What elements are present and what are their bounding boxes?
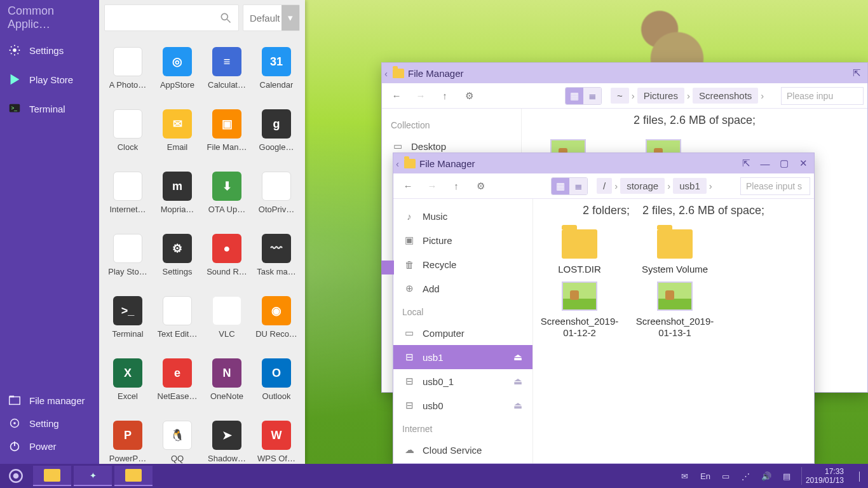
crumb-seg[interactable]: storage [620,178,665,194]
app-otopriv[interactable]: ⦸OtoPriv… [252,168,301,229]
window-titlebar[interactable]: ‹ File Manager ⇱ ― ▢ ✕ [393,153,814,173]
app-internet[interactable]: ✦Internet… [103,168,153,229]
app-icon: 〰 [262,234,291,263]
app-wpsof[interactable]: WWPS Of… [252,417,301,464]
eject-icon[interactable]: ⏏ [513,400,522,411]
nav-up-button[interactable]: ↑ [445,176,467,196]
sidebar-item-power[interactable]: Power [0,435,99,458]
grid-view-icon[interactable]: ▦ [566,88,583,104]
sidebar-item-terminal[interactable]: >_Terminal [0,94,99,123]
app-onenote[interactable]: NOneNote [202,355,252,416]
eject-icon[interactable]: ⏏ [513,376,522,387]
list-view-icon[interactable]: ≣ [569,178,587,194]
app-textedit[interactable]: ✎Text Edit… [153,292,202,353]
app-aphoto[interactable]: 🖼A Photo… [103,43,153,104]
fm-search-input[interactable]: Please input s [740,177,810,195]
nav-back-button[interactable]: ← [386,86,407,106]
sidebar-item-setting[interactable]: Setting [0,412,99,435]
app-soundr[interactable]: ●Sound R… [202,230,252,291]
file-item[interactable]: System Volume [640,229,710,275]
notifications-icon[interactable]: ▤ [781,470,792,482]
sidebar-item-usb01[interactable]: ⊟usb0_1⏏ [393,369,532,393]
settings-icon[interactable]: ⚙ [458,86,480,106]
app-otaup[interactable]: ⬇OTA Up… [202,168,252,229]
app-google[interactable]: gGoogle… [252,105,301,166]
volume-icon[interactable]: 🔊 [761,470,772,482]
pin-icon[interactable]: ⇱ [739,156,753,170]
list-view-icon[interactable]: ≣ [583,88,601,104]
app-fileman[interactable]: ▣File Man… [202,105,252,166]
sidebar-item-computer[interactable]: ▭Computer [393,321,532,345]
sidebar-item-filemanager[interactable]: File manager [0,389,99,412]
sidebar-item-networkplaces[interactable]: ⋔Network Places [393,462,532,463]
app-icon: W [262,421,291,450]
window-titlebar[interactable]: ‹ File Manager ⇱ [382,63,867,83]
title-back-icon[interactable]: ‹ [384,68,388,79]
eject-icon[interactable]: ⏏ [513,351,522,363]
app-calendar[interactable]: 31Calendar [252,43,301,104]
tray-app-icon[interactable]: ✉ [679,470,691,482]
crumb-seg[interactable]: ~ [611,88,629,104]
task-internet[interactable]: ✦ [74,466,112,486]
file-item[interactable]: Screenshot_2019-01-12-2 [545,281,614,339]
pin-icon[interactable]: ⇱ [850,66,864,80]
taskbar-clock[interactable]: 17:33 2019/01/13 [801,467,848,485]
app-outlook[interactable]: OOutlook [252,355,301,416]
sidebar-item-music[interactable]: ♪Music [393,204,532,228]
sidebar-item-usb1[interactable]: ⊟usb1⏏ [393,345,532,369]
app-email[interactable]: ✉Email [153,105,202,166]
nav-up-button[interactable]: ↑ [434,86,456,106]
crumb-seg[interactable]: / [597,178,612,194]
grid-view-icon[interactable]: ▦ [552,178,569,194]
app-excel[interactable]: XExcel [103,355,153,416]
file-item[interactable]: Screenshot_2019-01-13-1 [640,281,710,339]
sidebar-item-picture[interactable]: ▣Picture [393,228,532,252]
crumb-seg[interactable]: Pictures [637,88,684,104]
filemanager-window-2[interactable]: ‹ File Manager ⇱ ― ▢ ✕ ← → ↑ ⚙ ▦ ≣ /› st… [393,152,815,464]
file-item[interactable]: LOST.DIR [545,229,614,275]
start-button[interactable] [0,464,32,488]
show-desktop-button[interactable]: │ [857,470,863,482]
battery-icon[interactable]: ▭ [720,470,731,482]
launcher-sort-dropdown[interactable]: Default ▾ [243,4,300,31]
sidebar-item-playstore[interactable]: Play Store [0,65,99,94]
nav-back-button[interactable]: ← [397,176,419,196]
settings-icon[interactable]: ⚙ [470,176,491,196]
fm-search-input[interactable]: Please inpu [781,87,864,105]
app-powerp[interactable]: PPowerP… [103,417,153,464]
nav-forward-button[interactable]: → [421,176,443,196]
app-clock[interactable]: ◔Clock [103,105,153,166]
app-appstore[interactable]: ◎AppStore [153,43,202,104]
crumb-seg[interactable]: Screenshots [693,88,758,104]
app-vlc[interactable]: ▲VLC [202,292,252,353]
title-back-icon[interactable]: ‹ [396,158,399,169]
app-label: Internet… [109,205,146,214]
app-netease[interactable]: eNetEase… [153,355,202,416]
app-mopria[interactable]: mMopria… [153,168,202,229]
app-taskma[interactable]: 〰Task ma… [252,230,301,291]
app-dureco[interactable]: ◉DU Reco… [252,292,301,353]
nav-forward-button[interactable]: → [410,86,431,106]
view-toggle[interactable]: ▦ ≣ [551,177,588,195]
sidebar-item-cloudservice[interactable]: ☁Cloud Service [393,438,532,462]
minimize-button[interactable]: ― [758,156,772,170]
sidebar-item-settings[interactable]: Settings [0,36,99,65]
app-calculat[interactable]: ≡Calculat… [202,43,252,104]
app-playsto[interactable]: ▶Play Sto… [103,230,153,291]
maximize-button[interactable]: ▢ [777,156,791,170]
close-button[interactable]: ✕ [796,156,810,170]
wifi-icon[interactable]: ⋰ [740,470,752,482]
sidebar-item-recycle[interactable]: 🗑Recycle [393,252,532,276]
app-settings[interactable]: ⚙Settings [153,230,202,291]
task-filemanager-2[interactable] [114,466,153,486]
app-terminal[interactable]: >_Terminal [103,292,153,353]
sidebar-item-add[interactable]: ⊕Add [393,276,532,301]
sidebar-item-usb0[interactable]: ⊟usb0⏏ [393,393,532,417]
language-indicator[interactable]: En [700,470,711,482]
task-filemanager-1[interactable] [33,466,71,486]
app-shadow[interactable]: ➤Shadow… [202,417,252,464]
view-toggle[interactable]: ▦ ≣ [565,87,602,105]
crumb-seg[interactable]: usb1 [673,178,707,194]
launcher-search-input[interactable] [104,4,239,31]
app-qq[interactable]: 🐧QQ [153,417,202,464]
